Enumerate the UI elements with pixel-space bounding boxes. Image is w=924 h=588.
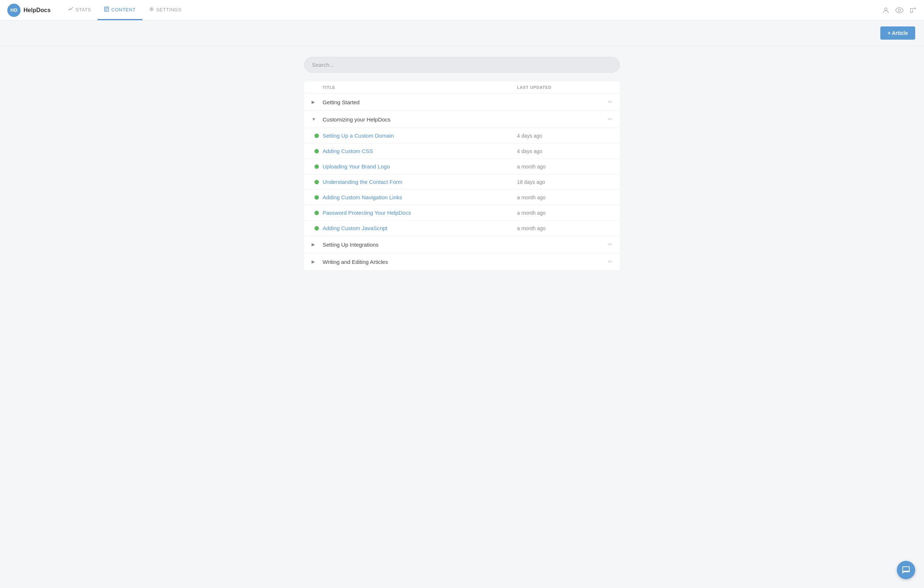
last-updated: 4 days ago (517, 133, 591, 139)
tab-settings-label: SETTINGS (156, 7, 182, 13)
last-updated: 4 days ago (517, 148, 591, 154)
gear-icon (149, 7, 154, 13)
article-row: Adding Custom JavaScript a month ago (304, 221, 620, 236)
category-edit-icon-writing[interactable]: ✏ (591, 258, 612, 265)
tab-content[interactable]: CONTENT (97, 0, 142, 20)
search-input[interactable] (304, 57, 620, 73)
col-last-updated: LAST UPDATED (517, 85, 591, 89)
category-row[interactable]: ▶ Getting Started ✏ (304, 94, 620, 111)
article-row: Adding Custom CSS 4 days ago (304, 144, 620, 159)
article-row: Understanding the Contact Form 18 days a… (304, 174, 620, 190)
tab-content-label: CONTENT (111, 7, 135, 13)
status-dot (315, 134, 319, 138)
tab-stats-label: STATS (76, 7, 91, 13)
logo-area[interactable]: HD HelpDocs (7, 4, 51, 17)
collapse-icon: ▼ (312, 117, 323, 122)
article-title[interactable]: Adding Custom Navigation Links (323, 194, 517, 200)
article-title[interactable]: Adding Custom JavaScript (323, 225, 517, 231)
search-container (304, 57, 620, 73)
category-row-customizing[interactable]: ▼ Customizing your HelpDocs ✏ (304, 111, 620, 128)
category-name-writing: Writing and Editing Articles (323, 259, 517, 265)
svg-point-7 (898, 9, 901, 12)
status-dot (315, 180, 319, 184)
category-name-integrations: Setting Up Integrations (323, 241, 517, 248)
document-icon (104, 7, 109, 13)
category-edit-icon-integrations[interactable]: ✏ (591, 241, 612, 248)
logo-text: HelpDocs (23, 7, 51, 13)
user-icon-button[interactable] (882, 7, 889, 14)
svg-point-6 (896, 8, 903, 13)
category-row-writing[interactable]: ▶ Writing and Editing Articles ✏ (304, 253, 620, 271)
share-icon-button[interactable] (909, 7, 917, 14)
category-edit-icon[interactable]: ✏ (591, 99, 612, 105)
col-actions (591, 85, 612, 89)
tab-stats[interactable]: STATS (62, 0, 97, 20)
last-updated: a month ago (517, 225, 591, 231)
navbar: HD HelpDocs STATS CONTENT (0, 0, 924, 21)
last-updated: a month ago (517, 195, 591, 200)
article-title[interactable]: Password Protecting Your HelpDocs (323, 210, 517, 216)
status-dot (315, 226, 319, 231)
expand-icon-integrations: ▶ (312, 242, 323, 247)
status-dot (315, 195, 319, 200)
last-updated: a month ago (517, 210, 591, 216)
article-row: Uploading Your Brand Logo a month ago (304, 159, 620, 174)
toolbar: + Article (0, 21, 924, 46)
table-header: TITLE LAST UPDATED (304, 81, 620, 94)
article-title[interactable]: Understanding the Contact Form (323, 179, 517, 185)
main-content: TITLE LAST UPDATED ▶ Getting Started ✏ ▼… (297, 46, 627, 281)
nav-tabs: STATS CONTENT SETTINGS (62, 0, 188, 20)
col-title: TITLE (323, 85, 517, 89)
expand-icon: ▶ (312, 99, 323, 105)
last-updated: a month ago (517, 164, 591, 170)
logo-icon: HD (7, 4, 21, 17)
status-dot (315, 164, 319, 169)
article-row: Setting Up a Custom Domain 4 days ago (304, 128, 620, 144)
chart-icon (68, 7, 73, 13)
article-title[interactable]: Uploading Your Brand Logo (323, 164, 517, 170)
article-title[interactable]: Adding Custom CSS (323, 148, 517, 154)
category-row-integrations[interactable]: ▶ Setting Up Integrations ✏ (304, 236, 620, 253)
article-row: Adding Custom Navigation Links a month a… (304, 190, 620, 205)
content-table: TITLE LAST UPDATED ▶ Getting Started ✏ ▼… (304, 81, 620, 271)
category-edit-icon-customizing[interactable]: ✏ (591, 116, 612, 122)
svg-point-4 (150, 8, 152, 10)
status-dot (315, 211, 319, 215)
preview-icon-button[interactable] (895, 7, 903, 13)
tab-settings[interactable]: SETTINGS (142, 0, 188, 20)
add-article-button[interactable]: + Article (880, 26, 915, 40)
expand-icon-writing: ▶ (312, 259, 323, 264)
nav-right (882, 7, 917, 14)
last-updated: 18 days ago (517, 179, 591, 185)
category-name-customizing: Customizing your HelpDocs (323, 116, 517, 122)
svg-point-5 (885, 8, 887, 10)
article-row: Password Protecting Your HelpDocs a mont… (304, 205, 620, 221)
article-title[interactable]: Setting Up a Custom Domain (323, 132, 517, 139)
category-name: Getting Started (323, 99, 517, 105)
status-dot (315, 149, 319, 154)
